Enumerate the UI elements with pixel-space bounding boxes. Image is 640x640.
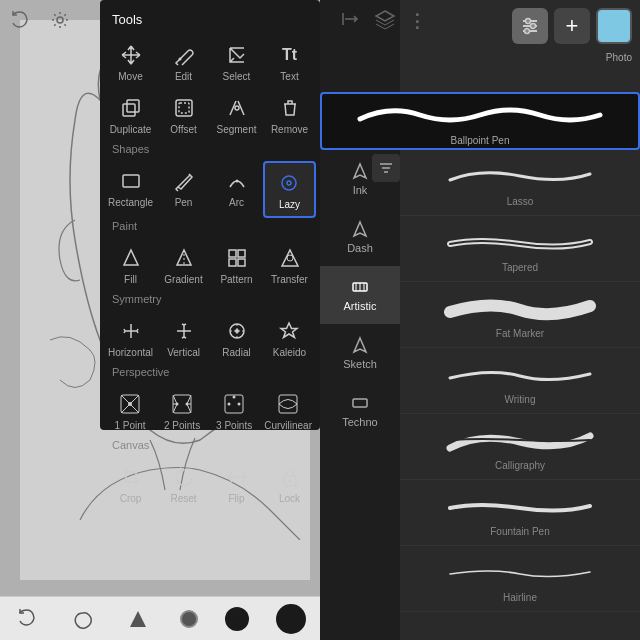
tool-flip[interactable]: Flip (210, 457, 263, 510)
tools-grid-perspective: 1 Point 2 Points 3 Points Curvilinear (100, 384, 320, 437)
tool-edit-label: Edit (175, 71, 192, 82)
tool-move[interactable]: Move (104, 35, 157, 88)
add-brush-button[interactable]: + (554, 8, 590, 44)
brush-item-writing[interactable]: Writing (400, 348, 640, 414)
svg-marker-18 (282, 250, 298, 266)
tool-3points-label: 3 Points (216, 420, 252, 431)
tool-reset-label: Reset (170, 493, 196, 504)
tool-crop[interactable]: Crop (104, 457, 157, 510)
tool-horizontal[interactable]: Horizontal (104, 311, 157, 364)
tool-radial[interactable]: Radial (210, 311, 263, 364)
bottom-brush-size-xlarge[interactable] (276, 604, 306, 634)
tool-pattern-label: Pattern (220, 274, 252, 285)
tool-horizontal-label: Horizontal (108, 347, 153, 358)
tool-offset[interactable]: Offset (157, 88, 210, 141)
bottom-brush-size-large[interactable] (225, 607, 249, 631)
brush-filter-icon[interactable] (372, 154, 400, 182)
color-swatch[interactable] (596, 8, 632, 44)
svg-point-11 (282, 176, 296, 190)
tool-duplicate[interactable]: Duplicate (104, 88, 157, 141)
svg-rect-14 (229, 250, 236, 257)
category-artistic[interactable]: Artistic (320, 266, 400, 324)
tools-grid-canvas: Crop Reset Flip Lock (100, 457, 320, 510)
tool-3points[interactable]: 3 Points (208, 384, 260, 437)
category-dash[interactable]: Dash (320, 208, 400, 266)
tool-select[interactable]: Select (210, 35, 263, 88)
tool-curvilinear[interactable]: Curvilinear (260, 384, 316, 437)
bottom-smudge-icon[interactable] (124, 605, 152, 633)
perspective-section-label: Perspective (100, 364, 320, 384)
svg-point-12 (287, 181, 291, 185)
bottom-lasso-icon[interactable] (69, 605, 97, 633)
calligraphy-label: Calligraphy (495, 460, 545, 471)
tool-edit[interactable]: Edit (157, 35, 210, 88)
kaleido-icon (275, 317, 303, 345)
brush-item-calligraphy[interactable]: Calligraphy (400, 414, 640, 480)
tools-grid-row2: Duplicate Offset Segment Remove (100, 88, 320, 141)
tool-remove[interactable]: Remove (263, 88, 316, 141)
transfer-icon (276, 244, 304, 272)
tapered-preview (440, 224, 600, 260)
tool-pen[interactable]: Pen (157, 161, 210, 218)
tool-fill[interactable]: Fill (104, 238, 157, 291)
category-sketch[interactable]: Sketch (320, 324, 400, 382)
brush-item-hairline[interactable]: Hairline (400, 546, 640, 612)
brush-settings-button[interactable] (512, 8, 548, 44)
tool-crop-label: Crop (120, 493, 142, 504)
remove-icon (276, 94, 304, 122)
canvas-section-label: Canvas (100, 437, 320, 457)
brush-item-fountain-pen[interactable]: Fountain Pen (400, 480, 640, 546)
tool-text[interactable]: Tt Text (263, 35, 316, 88)
tool-curvilinear-label: Curvilinear (264, 420, 312, 431)
tool-transfer[interactable]: Transfer (263, 238, 316, 291)
svg-point-10 (235, 180, 238, 183)
tool-lock-label: Lock (279, 493, 300, 504)
svg-point-3 (178, 58, 181, 61)
bottom-undo-icon[interactable] (14, 605, 42, 633)
tool-text-label: Text (280, 71, 298, 82)
undo-icon[interactable] (8, 8, 32, 32)
brush-item-tapered[interactable]: Tapered (400, 216, 640, 282)
fill-icon (117, 244, 145, 272)
duplicate-icon (117, 94, 145, 122)
svg-point-2 (57, 17, 63, 23)
curvilinear-icon (274, 390, 302, 418)
category-techno[interactable]: Techno (320, 382, 400, 440)
svg-rect-59 (353, 399, 367, 407)
bottom-brush-size-small[interactable] (180, 610, 198, 628)
tool-2points[interactable]: 2 Points (156, 384, 208, 437)
tool-lazy[interactable]: Lazy (263, 161, 316, 218)
hairline-preview (440, 554, 600, 590)
tool-kaleido[interactable]: Kaleido (263, 311, 316, 364)
svg-point-42 (233, 396, 236, 399)
tool-vertical[interactable]: Vertical (157, 311, 210, 364)
svg-point-40 (228, 403, 231, 406)
tool-reset[interactable]: Reset (157, 457, 210, 510)
selected-brush-label: Ballpoint Pen (451, 135, 510, 146)
brush-preview-stroke (350, 97, 610, 133)
shapes-section-label: Shapes (100, 141, 320, 161)
settings-icon[interactable] (48, 8, 72, 32)
tool-rectangle[interactable]: Rectangle (104, 161, 157, 218)
2points-icon (168, 390, 196, 418)
tool-gradient[interactable]: Gradient (157, 238, 210, 291)
tool-segment[interactable]: Segment (210, 88, 263, 141)
brush-item-lasso[interactable]: Lasso (400, 150, 640, 216)
svg-marker-60 (130, 611, 146, 627)
svg-point-19 (287, 255, 293, 261)
horizontal-icon (117, 317, 145, 345)
tool-2points-label: 2 Points (164, 420, 200, 431)
fat-marker-label: Fat Marker (496, 328, 544, 339)
svg-rect-9 (123, 175, 139, 187)
tool-flip-label: Flip (228, 493, 244, 504)
tool-1point[interactable]: 1 Point (104, 384, 156, 437)
tool-lock[interactable]: Lock (263, 457, 316, 510)
tool-select-label: Select (223, 71, 251, 82)
tool-gradient-label: Gradient (164, 274, 202, 285)
tool-pattern[interactable]: Pattern (210, 238, 263, 291)
brush-item-fat-marker[interactable]: Fat Marker (400, 282, 640, 348)
tool-1point-label: 1 Point (114, 420, 145, 431)
lasso-label: Lasso (507, 196, 534, 207)
pattern-icon (223, 244, 251, 272)
tool-arc[interactable]: Arc (210, 161, 263, 218)
